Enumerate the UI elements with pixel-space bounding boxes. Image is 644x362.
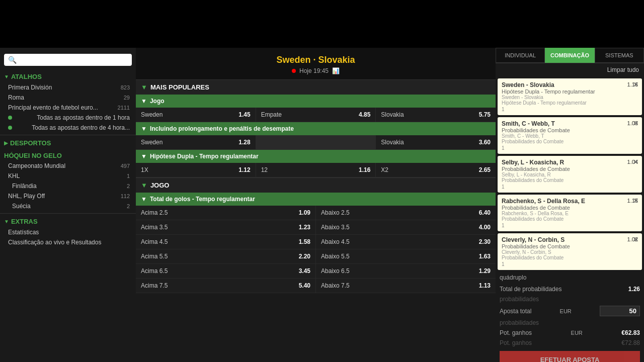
odds-empate-jogo-value: 4.85 — [359, 111, 370, 118]
bet-item-close-4[interactable]: ✕ — [633, 235, 639, 243]
submit-bet-button[interactable]: EFETUAR APOSTA — [500, 351, 640, 362]
golos-right-label-5: Abaixo 7.5 — [321, 282, 350, 289]
sidebar-item-classificacao[interactable]: Classificação ao vivo e Resultados — [0, 237, 136, 247]
odds-12[interactable]: 12 1.16 — [256, 163, 376, 177]
golos-row-5: Acima 7.5 5.40 Abaixo 7.5 1.13 — [136, 279, 496, 293]
odds-slovakia-jogo[interactable]: Slovakia 5.75 — [376, 108, 496, 122]
bet-item-4: Cleverly, N - Corbin, S Probabilidades d… — [498, 233, 642, 270]
tab-combinacao[interactable]: COMBINAÇÃO — [545, 48, 594, 63]
odds-empate-jogo-label: Empate — [261, 111, 282, 118]
limpar-tudo-button[interactable]: Limpar tudo — [496, 63, 644, 76]
golos-rows-container: Acima 2.5 1.09 Abaixo 2.5 6.40 Acima 3.5… — [136, 206, 496, 293]
aposta-input[interactable]: 50 — [600, 306, 640, 316]
live-dot — [292, 69, 296, 73]
odds-empate-jogo[interactable]: Empate 4.85 — [256, 108, 376, 122]
odds-sweden-jogo[interactable]: Sweden 1.45 — [136, 108, 256, 122]
sidebar-item-primera[interactable]: Primera División 823 — [0, 82, 136, 93]
golos-left-label-5: Acima 7.5 — [141, 282, 168, 289]
odds-sweden-prol[interactable]: Sweden 1.28 — [136, 135, 256, 149]
bet-item-left-1: Smith, C - Webb, T Probabilidades de Com… — [502, 120, 570, 151]
sidebar-item-khl-label: KHL — [8, 172, 20, 179]
mais-populares-arrow: ▼ — [141, 83, 147, 91]
sidebar-item-roma[interactable]: Roma 29 — [0, 93, 136, 103]
sidebar-item-finlandia[interactable]: Finlândia 2 — [0, 181, 136, 191]
tab-individual[interactable]: INDIVIDUAL — [496, 48, 545, 63]
bet-item-number-3: 1 — [502, 223, 585, 228]
sidebar-item-campeonato[interactable]: Campeonato Mundial 497 — [0, 161, 136, 171]
golos-right-val-3: 1.63 — [479, 253, 491, 260]
golos-left-0[interactable]: Acima 2.5 1.09 — [136, 206, 316, 220]
hipotese-subheader[interactable]: ▼ Hipótese Dupla - Tempo regulamentar — [136, 150, 496, 163]
sidebar-item-khl-count: 1 — [127, 173, 130, 179]
bet-item-title-4: Cleverly, N - Corbin, S — [502, 236, 570, 243]
search-input[interactable] — [20, 56, 128, 64]
prolongamento-subheader[interactable]: ▼ Incluindo prolongamento e penáltis de … — [136, 122, 496, 135]
sidebar-item-khl[interactable]: KHL 1 — [0, 171, 136, 181]
sidebar-item-1hora[interactable]: Todas as apostas dentro de 1 hora — [0, 113, 136, 123]
golos-right-3[interactable]: Abaixo 5.5 1.63 — [316, 249, 496, 263]
bet-item-number-4: 1 — [502, 261, 570, 267]
bet-item-subtitle-4: Probabilidades de Combate — [502, 243, 570, 249]
jogo-odds-row: Sweden 1.45 Empate 4.85 Slovakia 5.75 — [136, 108, 496, 122]
jogo-section-header[interactable]: ▼ JOGO — [136, 177, 496, 193]
extras-arrow: ▼ — [4, 219, 9, 224]
search-icon: 🔍 — [8, 56, 17, 64]
sidebar-item-estatisticas[interactable]: Estatísticas — [0, 227, 136, 237]
golos-right-0[interactable]: Abaixo 2.5 6.40 — [316, 206, 496, 220]
sidebar-item-suecia-count: 2 — [127, 203, 130, 209]
golos-right-label-3: Abaixo 5.5 — [321, 253, 350, 260]
sidebar-item-principal[interactable]: Principal evento de futebol euro... 2111 — [0, 103, 136, 113]
sidebar-item-classificacao-label: Classificação ao vivo e Resultados — [8, 239, 101, 246]
bet-item-close-1[interactable]: ✕ — [633, 119, 639, 127]
golos-right-5[interactable]: Abaixo 7.5 1.13 — [316, 279, 496, 293]
golos-left-val-5: 5.40 — [299, 282, 310, 289]
jogo-subheader[interactable]: ▼ Jogo — [136, 95, 496, 108]
golos-left-4[interactable]: Acima 6.5 3.45 — [136, 264, 316, 278]
mais-populares-header[interactable]: ▼ MAIS POPULARES — [136, 79, 496, 95]
tab-sistemas[interactable]: SISTEMAS — [595, 48, 644, 63]
sidebar-item-nhl-count: 112 — [121, 193, 130, 199]
sidebar-item-suecia[interactable]: Suécia 2 — [0, 201, 136, 211]
odds-slovakia-prol[interactable]: Slovakia 3.60 — [376, 135, 496, 149]
golos-right-2[interactable]: Abaixo 4.5 2.30 — [316, 235, 496, 249]
total-golos-subheader[interactable]: ▼ Total de golos - Tempo regulamentar — [136, 193, 496, 206]
golos-left-2[interactable]: Acima 4.5 1.58 — [136, 235, 316, 249]
golos-left-val-2: 1.58 — [299, 238, 310, 245]
extras-header[interactable]: ▼ EXTRAS — [0, 216, 136, 227]
bet-item-close-2[interactable]: ✕ — [633, 158, 639, 166]
bet-item-close-0[interactable]: ✕ — [633, 80, 639, 88]
pot-ganhos-faded-label: Pot. ganhos — [500, 339, 532, 346]
golos-row-0: Acima 2.5 1.09 Abaixo 2.5 6.40 — [136, 206, 496, 220]
total-prob-label: Total de probabilidades — [500, 286, 561, 293]
search-bar[interactable]: 🔍 — [4, 54, 132, 66]
golos-left-val-4: 3.45 — [299, 267, 310, 275]
right-panel: INDIVIDUAL COMBINAÇÃO SISTEMAS Limpar tu… — [496, 48, 644, 362]
golos-left-5[interactable]: Acima 7.5 5.40 — [136, 279, 316, 293]
desportos-header[interactable]: ▶ DESPORTOS — [0, 137, 136, 149]
odds-1x[interactable]: 1X 1.12 — [136, 163, 256, 177]
hipotese-label: Hipótese Dupla - Tempo regulamentar — [150, 153, 259, 160]
sidebar-item-finlandia-label: Finlândia — [12, 183, 37, 190]
aposta-total-label: Aposta total — [500, 308, 531, 315]
golos-left-1[interactable]: Acima 3.5 1.23 — [136, 220, 316, 234]
bet-item-sub3-4: Probabilidades do Combate — [502, 255, 570, 260]
golos-row-1: Acima 3.5 1.23 Abaixo 3.5 4.00 — [136, 220, 496, 235]
bet-item-title-2: Selby, L - Koasicha, R — [502, 159, 570, 166]
jogo-section-arrow: ▼ — [141, 182, 147, 189]
quadruplo-label: quádruplo — [496, 272, 644, 282]
golos-right-4[interactable]: Abaixo 6.5 1.29 — [316, 264, 496, 278]
golos-left-label-0: Acima 2.5 — [141, 209, 168, 216]
golos-left-3[interactable]: Acima 5.5 2.20 — [136, 249, 316, 263]
odds-empty-prol — [256, 135, 376, 149]
hoquei-header[interactable]: HÓQUEI NO GELO — [0, 149, 136, 161]
bet-item-close-3[interactable]: ✕ — [633, 197, 639, 205]
odds-x2[interactable]: X2 2.65 — [376, 163, 496, 177]
golos-right-1[interactable]: Abaixo 3.5 4.00 — [316, 220, 496, 234]
bet-item-left-2: Selby, L - Koasicha, R Probabilidades de… — [502, 159, 570, 190]
golos-right-val-5: 1.13 — [479, 282, 491, 289]
sidebar-item-4hora[interactable]: Todas as apostas dentro de 4 hora... — [0, 123, 136, 133]
sidebar-item-nhl[interactable]: NHL, Play Off 112 — [0, 191, 136, 201]
bet-tabs: INDIVIDUAL COMBINAÇÃO SISTEMAS — [496, 48, 644, 63]
bet-item-subtitle-3: Probabilidades de Combate — [502, 205, 585, 211]
atalhos-header[interactable]: ▼ ATALHOS — [0, 71, 136, 82]
